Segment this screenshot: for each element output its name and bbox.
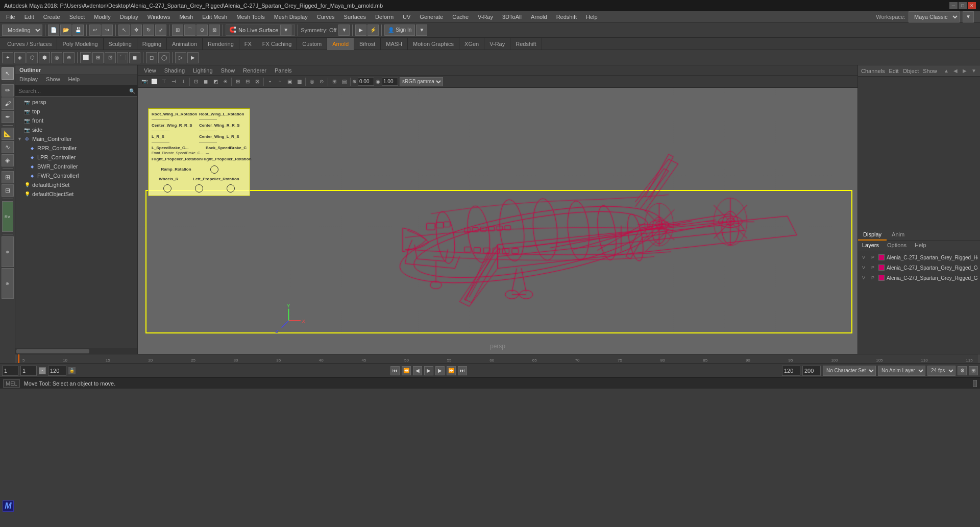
panel-icon-3[interactable]: ▶ [961, 67, 969, 75]
no-character-select[interactable]: No Character Set [823, 366, 876, 376]
menu-mesh-tools[interactable]: Mesh Tools [232, 12, 268, 22]
rotate-tool-btn[interactable]: ↻ [143, 25, 154, 36]
tab-redshift[interactable]: Redshift [510, 38, 542, 50]
start-frame-input[interactable] [2, 366, 18, 376]
go-to-start-btn[interactable]: ⏮ [390, 366, 400, 375]
live-surface-dropdown[interactable]: ▼ [280, 25, 291, 36]
layer-helpers[interactable]: V P Alenia_C-27J_Spartan_Grey_Rigged_Hel… [858, 252, 980, 262]
menu-edit[interactable]: Edit [20, 12, 38, 22]
tab-sculpting[interactable]: Sculpting [104, 38, 137, 50]
shelf-btn-4[interactable]: ⬢ [39, 52, 50, 63]
subtab-options[interactable]: Options [883, 241, 911, 251]
tab-mash[interactable]: MASH [381, 38, 408, 50]
tree-item-rpr-controller[interactable]: ◆ RPR_Controller [15, 143, 137, 153]
render-view-btn[interactable]: RV [2, 201, 13, 232]
maximize-button[interactable]: □ [959, 2, 967, 9]
vp-subdiv-btn[interactable]: ⊠ [253, 77, 262, 86]
viewport-canvas[interactable]: Root_Wing_R_Rotation ————— Root_Wing_L_R… [138, 88, 857, 354]
mode-dropdown[interactable]: Modeling [2, 25, 42, 36]
grid-tool[interactable]: ⊟ [2, 184, 14, 197]
vp-xray-btn[interactable]: ◎ [307, 77, 316, 86]
tab-display[interactable]: Display [858, 230, 887, 241]
range-end-input[interactable] [802, 366, 821, 376]
vp-menu-show[interactable]: Show [217, 66, 239, 75]
h-scrollbar-thumb[interactable] [16, 349, 89, 353]
sign-in-dropdown[interactable]: ▼ [416, 25, 427, 36]
menu-windows[interactable]: Windows [143, 12, 175, 22]
rph-channels[interactable]: Channels [861, 68, 885, 74]
current-frame-input[interactable] [20, 366, 37, 376]
shelf-btn-14[interactable]: ▷ [175, 52, 186, 63]
shelf-btn-10[interactable]: ⬛ [117, 52, 128, 63]
vp-sel-mode3[interactable]: ▣ [285, 77, 294, 86]
menu-modify[interactable]: Modify [90, 12, 114, 22]
tree-item-front[interactable]: 📷 front [15, 116, 137, 125]
next-frame-btn[interactable]: ▶ [435, 366, 445, 375]
measure-tool[interactable]: 📐 [2, 128, 14, 140]
tab-custom[interactable]: Custom [297, 38, 327, 50]
prev-frame-btn[interactable]: ◀ [413, 366, 422, 375]
graph-tool[interactable]: ◈ [2, 154, 14, 166]
vp-smooth-btn[interactable]: ⊟ [243, 77, 252, 86]
anim-extra-btn[interactable]: ⊞ [969, 366, 978, 375]
menu-help[interactable]: Help [582, 12, 602, 22]
tree-item-main-controller[interactable]: ▼ ⊕ Main_Controller [15, 134, 137, 143]
close-button[interactable]: ✕ [968, 2, 976, 9]
pen-tool[interactable]: ✒ [2, 111, 14, 123]
step-forward-btn[interactable]: ⏩ [447, 366, 456, 375]
shelf-btn-11[interactable]: ◼ [129, 52, 140, 63]
snap-grid-btn[interactable]: ⊞ [172, 25, 183, 36]
curve-tool[interactable]: ∿ [2, 141, 14, 153]
step-back-btn[interactable]: ⏪ [402, 366, 411, 375]
shelf-btn-13[interactable]: ◯ [158, 52, 169, 63]
tab-arnold[interactable]: Arnold [327, 38, 354, 50]
vp-texture-btn[interactable]: ◩ [211, 77, 220, 86]
tab-fx[interactable]: FX [239, 38, 257, 50]
menu-deform[interactable]: Deform [371, 12, 398, 22]
tree-item-lpr-controller[interactable]: ◆ LPR_Controller [15, 153, 137, 162]
tab-xgen[interactable]: XGen [459, 38, 484, 50]
region-tool[interactable]: ⊞ [2, 171, 14, 183]
vp-light-btn[interactable]: ☀ [220, 77, 230, 86]
vp-menu-renderer[interactable]: Renderer [239, 66, 271, 75]
rph-edit[interactable]: Edit [889, 68, 898, 74]
vp-aa-btn[interactable]: ⊞ [233, 77, 242, 86]
vp-menu-view[interactable]: View [140, 66, 160, 75]
menu-redshift[interactable]: Redshift [552, 12, 581, 22]
ipr-btn[interactable]: ⚡ [368, 25, 379, 36]
move-tool-btn[interactable]: ✥ [131, 25, 142, 36]
menu-arnold[interactable]: Arnold [527, 12, 551, 22]
exposure-input[interactable] [358, 78, 374, 86]
workspace-arrow[interactable]: ▼ [963, 11, 974, 22]
snap-curve-btn[interactable]: ⌒ [184, 25, 195, 36]
shelf-btn-7[interactable]: ⬜ [80, 52, 91, 63]
vp-sel-mode1[interactable]: ▪ [265, 77, 275, 86]
vp-sel-mode4[interactable]: ▩ [295, 77, 304, 86]
tab-fx-caching[interactable]: FX Caching [257, 38, 297, 50]
new-file-btn[interactable]: 📄 [48, 25, 59, 36]
sign-in-btn[interactable]: 👤 Sign In [384, 25, 415, 36]
menu-file[interactable]: File [2, 12, 19, 22]
menu-surfaces[interactable]: Surfaces [340, 12, 370, 22]
snap-point-btn[interactable]: ⊙ [197, 25, 208, 36]
outliner-display-menu[interactable]: Display [15, 75, 42, 85]
vp-sel-mode2[interactable]: ▫ [275, 77, 284, 86]
undo-btn[interactable]: ↩ [89, 25, 101, 36]
vp-persp-btn[interactable]: ⬜ [150, 77, 159, 86]
status-resize-handle[interactable] [973, 380, 977, 387]
layer-controllers[interactable]: V P Alenia_C-27J_Spartan_Grey_Rigged_Con… [858, 262, 980, 273]
vp-solid-btn[interactable]: ◼ [201, 77, 210, 86]
vp-menu-lighting[interactable]: Lighting [189, 66, 217, 75]
extra-btn1[interactable]: ⊕ [2, 236, 14, 267]
timeline-ruler[interactable]: 5 10 15 20 25 30 35 40 45 50 55 60 65 70… [17, 354, 978, 364]
redo-btn[interactable]: ↪ [102, 25, 113, 36]
menu-edit-mesh[interactable]: Edit Mesh [198, 12, 231, 22]
select-tool-btn[interactable]: ↖ [118, 25, 130, 36]
play-btn[interactable]: ▶ [424, 366, 433, 375]
shelf-btn-1[interactable]: ✦ [2, 52, 13, 63]
fps-select[interactable]: 24 fps [927, 366, 955, 376]
tree-item-persp[interactable]: 📷 persp [15, 98, 137, 107]
tab-bifrost[interactable]: Bifrost [354, 38, 381, 50]
tree-item-side[interactable]: 📷 side [15, 125, 137, 134]
menu-3dtoall[interactable]: 3DToAll [498, 12, 526, 22]
